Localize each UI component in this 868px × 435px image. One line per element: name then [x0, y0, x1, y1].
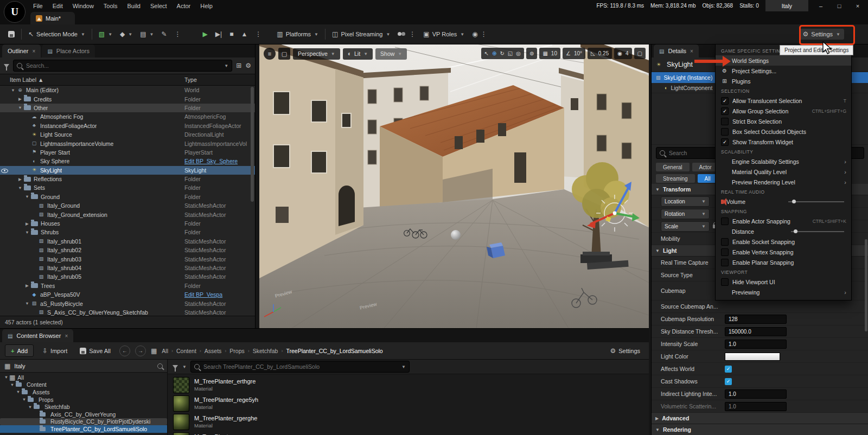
tree-expand-arrow-icon[interactable]: ▶ [24, 283, 30, 288]
forward-button[interactable]: → [135, 346, 146, 356]
viewport-3d-scene[interactable]: Preview Preview [259, 44, 649, 328]
toolbar-overflow-button[interactable]: ⋮ [171, 29, 185, 40]
property-dropdown[interactable]: Rotation▼ [661, 209, 710, 219]
folder-tree-item[interactable]: RustyBicycle_CC_by_PiotrPjotDyderski [0, 418, 167, 426]
tree-expand-arrow-icon[interactable]: ▼ [27, 405, 33, 410]
outliner-column-header[interactable]: Item Label ▲ Type [0, 74, 255, 86]
settings-menu-item-enable-vertex-snapping[interactable]: Enable Vertex Snapping [716, 247, 851, 257]
checkbox-icon[interactable] [721, 278, 729, 286]
tree-expand-arrow-icon[interactable]: ▶ [24, 221, 30, 226]
filter-general-button[interactable]: General [656, 163, 690, 171]
outliner-row[interactable]: ▼⊕Main (Editor)World [0, 86, 255, 94]
rotate-tool-icon[interactable]: ↻ [500, 50, 504, 56]
outliner-row[interactable]: ▧Italy_Ground_extensionStaticMeshActor [0, 210, 255, 219]
menu-item-file[interactable]: File [28, 2, 48, 10]
tab-details[interactable]: ▤Details× [654, 44, 699, 57]
outliner-row[interactable]: ▼SetsFolder [0, 183, 255, 192]
camera-button[interactable]: ◉⋮ [468, 29, 490, 40]
settings-menu-item-enable-planar-snapping[interactable]: Enable Planar Snapping [716, 257, 851, 267]
breadcrumb-segment[interactable]: All [162, 348, 168, 354]
chevron-down-icon[interactable]: ▼ [401, 364, 406, 369]
tab-outliner[interactable]: Outliner× [2, 44, 41, 57]
checkbox-icon[interactable] [721, 248, 729, 256]
tree-expand-arrow-icon[interactable]: ▼ [10, 88, 16, 93]
outliner-row[interactable]: ☁Atmospheric FogAtmosphericFog [0, 112, 255, 121]
outliner-row[interactable]: ▶TreesFolder [0, 282, 255, 290]
slider-knob[interactable] [794, 229, 797, 233]
level-tab-main[interactable]: Main* [30, 12, 75, 24]
new-folder-icon[interactable]: ⊞ [236, 62, 241, 69]
move-tool-icon[interactable]: ⊕ [492, 50, 496, 56]
source-collection-header[interactable]: ▦ Italy [0, 360, 167, 373]
camera-speed-control[interactable]: ◉4 [614, 48, 631, 59]
settings-menu-item-hide-viewport-ui[interactable]: Hide Viewport UI [716, 277, 851, 287]
outliner-row[interactable]: ▶HousesFolder [0, 219, 255, 228]
checkbox-icon[interactable]: ✓ [721, 107, 729, 115]
chevron-down-icon[interactable]: ▼ [182, 364, 187, 369]
surface-snap-toggle[interactable]: ⊚ [526, 48, 537, 59]
property-input[interactable]: 150000.0 [725, 327, 787, 336]
menu-item-edit[interactable]: Edit [48, 2, 68, 10]
scale-snap-control[interactable]: ◺0.25 [588, 48, 612, 59]
close-icon[interactable]: × [690, 48, 693, 54]
vp-roles-dropdown[interactable]: ▣VP Roles▼ [419, 29, 468, 40]
maximize-button[interactable]: □ [833, 3, 845, 9]
select-tool-icon[interactable]: ↖ [484, 50, 489, 56]
close-icon[interactable]: × [65, 333, 68, 339]
slider-knob[interactable] [792, 200, 796, 203]
outliner-row[interactable]: ▧Italy_shrub04StaticMeshActor [0, 264, 255, 272]
eject-button[interactable]: ▲ [237, 29, 251, 40]
folder-tree-item[interactable]: ▼Assets [0, 388, 167, 396]
tree-expand-arrow-icon[interactable]: ▼ [21, 397, 27, 402]
show-dropdown[interactable]: Show▼ [375, 48, 407, 60]
play-button[interactable]: ▶ [199, 29, 212, 40]
settings-menu-item-enable-actor-snapping[interactable]: Enable Actor SnappingCTRL+SHIFT+K [716, 216, 851, 226]
menu-item-select[interactable]: Select [145, 2, 172, 10]
settings-menu-item-show-transform-widget[interactable]: ✓Show Transform Widget [716, 137, 851, 147]
pixel-streaming-dropdown[interactable]: ◫Pixel Streaming▼ [328, 29, 394, 40]
outliner-scrollbar[interactable] [251, 87, 254, 202]
menu-item-window[interactable]: Window [68, 2, 99, 10]
lit-dropdown[interactable]: ◐Lit▼ [343, 48, 373, 60]
rotation-snap-control[interactable]: ∠10° [563, 48, 585, 59]
outliner-item-type[interactable]: Edit BP_Vespa [184, 291, 252, 298]
details-scrollbar[interactable] [865, 239, 867, 331]
outliner-row[interactable]: ▧Italy_shrub05StaticMeshActor [0, 272, 255, 281]
stop-button[interactable]: ■ [226, 29, 237, 40]
viewport-menu-icon[interactable]: ≡ [264, 48, 276, 60]
settings-menu-item-distance[interactable]: Distance [716, 226, 851, 236]
folder-tree-item[interactable]: ▼Props [0, 396, 167, 404]
property-input[interactable]: 1.0 [725, 402, 787, 411]
checkbox-icon[interactable] [721, 259, 729, 266]
tree-expand-arrow-icon[interactable]: ▼ [3, 375, 9, 380]
scale-tool-icon[interactable]: ◱ [508, 50, 513, 56]
settings-menu-item-strict-box-selection[interactable]: Strict Box Selection [716, 116, 851, 126]
settings-menu-item-enable-socket-snapping[interactable]: Enable Socket Snapping [716, 236, 851, 247]
settings-menu-item-material-quality-level[interactable]: Material Quality Level› [716, 167, 851, 177]
tree-expand-arrow-icon[interactable]: ▼ [15, 389, 21, 394]
asset-item[interactable]: M_TreePlanter_Material [170, 431, 649, 435]
breadcrumb-segment[interactable]: Props [229, 348, 244, 354]
property-input[interactable]: 1.0 [725, 340, 787, 349]
checkbox-icon[interactable] [721, 118, 729, 125]
outliner-settings-gear-icon[interactable]: ⚙ [245, 62, 251, 69]
save-button[interactable] [4, 29, 18, 40]
outliner-search-input[interactable] [25, 62, 221, 69]
breadcrumb-segment[interactable]: TreePlanter_CC_by_LordSamueliSolo [286, 348, 382, 354]
folder-tree-item[interactable]: ▼Sketchfab [0, 403, 167, 411]
settings-menu-item-project-settings[interactable]: ⚙Project Settings... [716, 66, 851, 76]
checkbox-icon[interactable]: ✓ [721, 97, 729, 105]
filter-icon[interactable] [173, 365, 178, 369]
outliner-row[interactable]: ▼OtherFolder [0, 104, 255, 112]
checkbox-icon[interactable]: ✓ [725, 366, 732, 373]
perspective-dropdown[interactable]: Perspective▼ [293, 48, 340, 60]
search-icon[interactable] [157, 363, 163, 369]
settings-menu-item-engine-scalability-settings[interactable]: Engine Scalability Settings› [716, 156, 851, 167]
outliner-row[interactable]: ▧S_Axis_CC_by_OliverYeung_SketchfabStati… [0, 308, 255, 316]
asset-item[interactable]: M_TreePlanter_erthgreMaterial [170, 376, 649, 394]
property-dropdown[interactable]: Location▼ [661, 196, 710, 207]
details-section-header[interactable]: ▶Advanced [652, 413, 868, 424]
maximize-viewport-button[interactable]: ▢ [634, 48, 646, 59]
tree-expand-arrow-icon[interactable]: ▶ [17, 97, 23, 101]
cinematics-button[interactable]: ▤▼ [136, 29, 157, 40]
